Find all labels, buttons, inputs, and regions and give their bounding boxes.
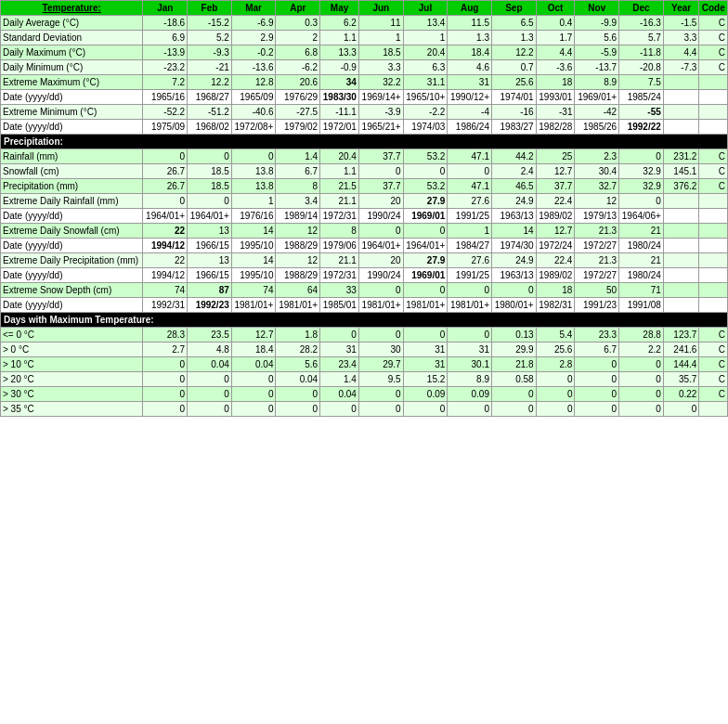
col-aug: Aug	[448, 1, 492, 16]
cell-value: -55	[619, 105, 664, 120]
table-row: > 35 °C0000000000000	[1, 402, 728, 417]
table-row: Extreme Daily Precipitation (mm)22131412…	[1, 253, 728, 268]
cell-value: 0.3	[276, 16, 320, 31]
cell-value: 33	[320, 283, 359, 298]
cell-value: 0.13	[491, 328, 536, 343]
cell-value: 13.8	[231, 179, 276, 194]
cell-value: -40.6	[231, 105, 276, 120]
cell-value: 30.4	[575, 164, 619, 179]
cell-value: 1981/01+	[403, 298, 448, 313]
cell-value: 1980/24	[619, 268, 664, 283]
cell-value: 0	[619, 357, 664, 372]
cell-value: 1963/13	[491, 209, 536, 224]
cell-value: 1989/02	[536, 209, 575, 224]
cell-value: 0	[276, 402, 320, 417]
cell-value: 44.2	[491, 149, 536, 164]
temp-header: Temperature:	[1, 1, 143, 16]
cell-value: 1972/31	[320, 209, 359, 224]
cell-value: 1.4	[320, 372, 359, 387]
cell-value: 1994/12	[143, 239, 188, 253]
cell-value	[699, 298, 728, 313]
cell-value: 0	[358, 164, 403, 179]
cell-value: 0.22	[663, 387, 699, 402]
cell-value: 1976/16	[231, 209, 276, 224]
cell-value: 1968/27	[188, 90, 232, 105]
cell-value: 1979/06	[320, 239, 359, 253]
table-row: Date (yyyy/dd)1964/01+1964/01+1976/16198…	[1, 209, 728, 224]
cell-value: 0.04	[188, 357, 232, 372]
cell-value: 0	[575, 357, 619, 372]
cell-value: 1988/29	[276, 239, 320, 253]
cell-value	[663, 224, 699, 239]
cell-value: 1974/01	[491, 90, 536, 105]
cell-value: 1974/03	[403, 120, 448, 135]
cell-value: 1969/14+	[358, 90, 403, 105]
cell-value: C	[699, 372, 728, 387]
cell-value: -13.6	[231, 60, 276, 75]
cell-value: 1995/10	[231, 268, 276, 283]
cell-value: 20.4	[403, 45, 448, 60]
cell-value	[699, 75, 728, 90]
cell-value: 0	[448, 283, 492, 298]
cell-value: 53.2	[403, 149, 448, 164]
table-row: Date (yyyy/dd)1975/091968/021972/08+1979…	[1, 120, 728, 135]
cell-value: -16	[491, 105, 536, 120]
cell-value: 18.5	[188, 164, 232, 179]
cell-value: 1984/27	[448, 239, 492, 253]
cell-value: 7.5	[619, 75, 664, 90]
cell-value: 21.8	[491, 357, 536, 372]
cell-value: 21.5	[320, 179, 359, 194]
cell-value: 2.7	[143, 343, 188, 357]
cell-value: 26.7	[143, 164, 188, 179]
cell-value: -11.8	[619, 45, 664, 60]
cell-value: 47.1	[448, 179, 492, 194]
row-label: Date (yyyy/dd)	[1, 268, 143, 283]
cell-value: 1979/13	[575, 209, 619, 224]
cell-value: 21.1	[320, 194, 359, 209]
row-label: > 30 °C	[1, 387, 143, 402]
cell-value: -52.2	[143, 105, 188, 120]
row-label: Extreme Daily Precipitation (mm)	[1, 253, 143, 268]
cell-value: 13	[188, 253, 232, 268]
cell-value: 1972/01	[320, 120, 359, 135]
cell-value: 25.6	[536, 343, 575, 357]
cell-value: 21.3	[575, 224, 619, 239]
cell-value: 22.4	[536, 253, 575, 268]
col-jan: Jan	[143, 1, 188, 16]
cell-value: 0	[320, 402, 359, 417]
cell-value: 14	[491, 224, 536, 239]
table-row: Extreme Daily Snowfall (cm)2213141280011…	[1, 224, 728, 239]
cell-value: 13.4	[403, 16, 448, 31]
cell-value: 27.9	[403, 253, 448, 268]
cell-value	[699, 224, 728, 239]
cell-value	[663, 209, 699, 224]
cell-value: C	[699, 387, 728, 402]
cell-value	[699, 402, 728, 417]
cell-value: 1981/01+	[448, 298, 492, 313]
cell-value: 1964/01+	[358, 239, 403, 253]
cell-value: 1964/01+	[188, 209, 232, 224]
section-header-label: Days with Maximum Temperature:	[1, 313, 728, 328]
cell-value: 0	[358, 224, 403, 239]
table-row: Extreme Minimum (°C)-52.2-51.2-40.6-27.5…	[1, 105, 728, 120]
cell-value: 1965/09	[231, 90, 276, 105]
cell-value	[663, 90, 699, 105]
cell-value: 2.9	[231, 31, 276, 45]
cell-value: 6.7	[276, 164, 320, 179]
cell-value: -9.9	[575, 16, 619, 31]
cell-value: 0	[320, 328, 359, 343]
cell-value: 20.6	[276, 75, 320, 90]
cell-value: 22.4	[536, 194, 575, 209]
row-label: Date (yyyy/dd)	[1, 209, 143, 224]
cell-value: -7.3	[663, 60, 699, 75]
cell-value: 4.4	[536, 45, 575, 60]
cell-value: -3.9	[358, 105, 403, 120]
cell-value	[699, 105, 728, 120]
row-label: Date (yyyy/dd)	[1, 298, 143, 313]
cell-value: -27.5	[276, 105, 320, 120]
cell-value: 1991/25	[448, 268, 492, 283]
cell-value: -11.1	[320, 105, 359, 120]
cell-value: 1974/30	[491, 239, 536, 253]
cell-value: 0	[619, 372, 664, 387]
cell-value: 8.9	[448, 372, 492, 387]
